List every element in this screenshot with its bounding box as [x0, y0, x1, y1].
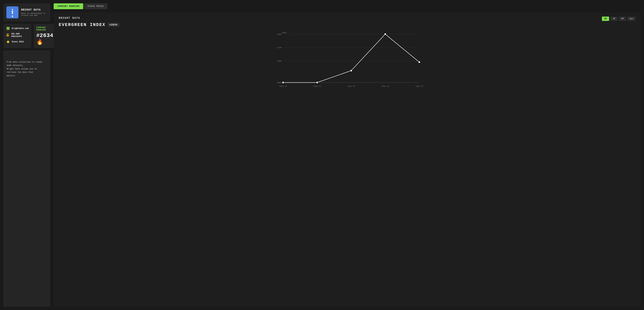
- description-card: From data collection to ready-made datas…: [3, 50, 50, 307]
- since-text: Since 2014: [12, 41, 24, 43]
- y-tick-2320: 2320: [277, 33, 282, 35]
- employees-item: 😎 201-500 employees: [6, 33, 29, 37]
- ranking-card: COMPANY RANKING #2634 🔥: [34, 24, 56, 48]
- time-btn-max[interactable]: max: [627, 16, 636, 21]
- x-label-july15: July 15: [416, 85, 423, 87]
- y-tick-2863: 2863: [277, 82, 282, 84]
- employees-text: 201-500 employees: [11, 33, 28, 37]
- y-tick-2470: 2470: [277, 47, 282, 49]
- company-logo: i: [6, 6, 18, 18]
- ranking-value: #2634 🔥: [36, 32, 53, 45]
- index-title: EVERGREEN INDEX: [59, 22, 106, 27]
- dot-july13: [350, 70, 352, 72]
- index-row: EVERGREEN INDEX #2634: [59, 22, 636, 27]
- line-chart-svg: Rank 2320 2470 2620 2863: [59, 31, 636, 94]
- company-info: BRIGHT DATA News on HackerNoon & Around …: [21, 8, 47, 16]
- chart-polyline: [283, 34, 419, 83]
- since-item: ⭐ Since 2014: [6, 40, 29, 44]
- ranking-emoji: 🔥: [36, 39, 43, 45]
- time-btn-6m[interactable]: 6M: [619, 16, 626, 21]
- time-controls: 5D 1M 6M max: [602, 16, 636, 21]
- dot-july14: [384, 33, 386, 35]
- x-label-july13: July 13: [347, 85, 355, 87]
- x-label-july11: July 11: [279, 85, 287, 87]
- dot-july12: [316, 82, 318, 84]
- logo-dot: [12, 15, 13, 17]
- left-panel: i BRIGHT DATA News on HackerNoon & Aroun…: [3, 3, 50, 307]
- logo-letter: i: [12, 8, 14, 15]
- tabs-bar: COMPANY RANKING STOCK PRICE: [54, 3, 641, 9]
- tab-company-ranking[interactable]: COMPANY RANKING: [54, 3, 83, 9]
- website-text: brightdata.com: [12, 27, 29, 30]
- chart-header: BRIGHT DATA 5D 1M 6M max: [59, 16, 636, 21]
- chart-area: Rank 2320 2470 2620 2863: [59, 31, 636, 94]
- right-panel: COMPANY RANKING STOCK PRICE BRIGHT DATA …: [54, 3, 641, 307]
- description-text: From data collection to ready-made datas…: [7, 60, 47, 77]
- index-badge: #2634: [108, 23, 120, 27]
- chart-container: BRIGHT DATA 5D 1M 6M max EVERGREEN INDEX…: [54, 12, 641, 307]
- time-btn-1m[interactable]: 1M: [610, 16, 618, 21]
- y-tick-2620: 2620: [277, 60, 282, 62]
- company-header-card: i BRIGHT DATA News on HackerNoon & Aroun…: [3, 3, 50, 21]
- website-item: 🟩 brightdata.com: [6, 26, 29, 30]
- company-tagline: News on HackerNoon & Around the Web: [21, 12, 47, 16]
- y-axis-label: Rank: [282, 32, 286, 34]
- dot-july15: [418, 61, 420, 63]
- x-label-july12: July 12: [313, 85, 321, 87]
- ranking-label[interactable]: COMPANY RANKING: [36, 26, 53, 31]
- details-row: 🟩 brightdata.com 😎 201-500 employees ⭐ S…: [3, 24, 50, 48]
- employees-icon: 😎: [6, 33, 10, 37]
- x-label-july14: July 14: [381, 85, 389, 87]
- tab-stock-price[interactable]: STOCK PRICE: [84, 3, 108, 9]
- chart-company-name: BRIGHT DATA: [59, 16, 80, 19]
- dot-july11: [282, 82, 284, 84]
- company-details-card: 🟩 brightdata.com 😎 201-500 employees ⭐ S…: [3, 24, 31, 48]
- time-btn-5d[interactable]: 5D: [602, 16, 609, 21]
- since-icon: ⭐: [6, 40, 10, 44]
- company-name: BRIGHT DATA: [21, 8, 47, 11]
- website-icon: 🟩: [6, 26, 10, 30]
